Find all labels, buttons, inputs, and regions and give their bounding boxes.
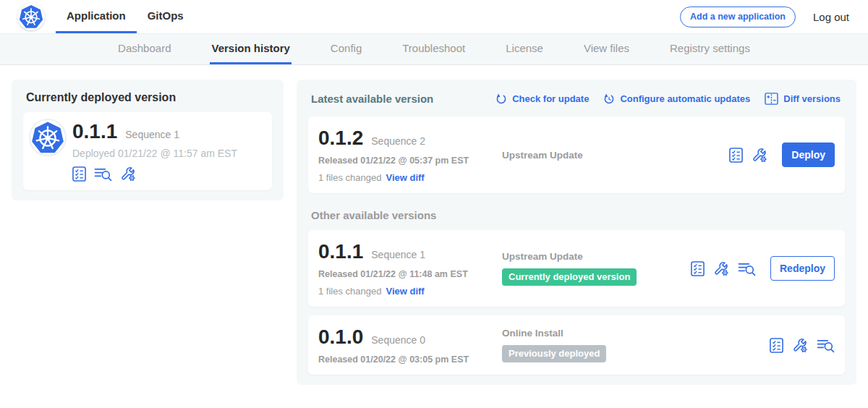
version-info: 0.1.0 Sequence 0 Released 01/20/22 @ 03:… [318, 326, 502, 365]
subnav-view-files[interactable]: View files [582, 34, 631, 64]
add-application-button[interactable]: Add a new application [680, 7, 796, 27]
deployed-version-info: 0.1.1 Sequence 1 Deployed 01/21/22 @ 11:… [72, 120, 237, 182]
preflight-checks-icon[interactable] [72, 166, 86, 182]
other-versions-title: Other available versions [311, 209, 842, 221]
view-logs-icon[interactable] [94, 166, 112, 182]
preflight-checks-icon[interactable] [691, 261, 705, 276]
deploy-button[interactable]: Deploy [782, 143, 835, 167]
preflight-checks-icon[interactable] [770, 338, 783, 353]
app-icon [30, 120, 65, 155]
version-sequence: Sequence 0 [371, 334, 425, 346]
files-changed: 1 files changed [318, 286, 381, 297]
view-logs-icon[interactable] [738, 261, 756, 276]
deployed-action-icons [72, 166, 237, 182]
kubernetes-logo-icon [19, 4, 43, 29]
version-number: 0.1.1 [318, 240, 363, 263]
diff-icon [765, 93, 778, 105]
configure-updates-link[interactable]: Configure automatic updates [603, 93, 750, 105]
version-actions: Check for update Configure automatic upd… [495, 93, 841, 105]
view-diff-link[interactable]: View diff [386, 172, 424, 183]
currently-deployed-title: Currently deployed version [26, 91, 269, 104]
top-right-actions: Add a new application Log out [680, 0, 849, 33]
version-card-actions: Redeploy [691, 256, 835, 281]
currently-deployed-panel: Currently deployed version 0.1.1 Sequenc… [12, 80, 284, 200]
configure-updates-label: Configure automatic updates [620, 93, 750, 104]
deployed-version-card: 0.1.1 Sequence 1 Deployed 01/21/22 @ 11:… [23, 112, 272, 190]
source-label: Online Install [502, 328, 770, 339]
check-for-update-label: Check for update [512, 93, 589, 104]
main-content: Currently deployed version 0.1.1 Sequenc… [0, 65, 868, 399]
kubernetes-app-icon [31, 121, 64, 154]
view-logs-icon[interactable] [817, 338, 835, 353]
refresh-icon [495, 93, 507, 104]
subnav-dashboard[interactable]: Dashboard [116, 34, 172, 64]
version-number: 0.1.0 [318, 326, 363, 349]
top-navbar: Application GitOps Add a new application… [0, 0, 868, 33]
version-released: Released 01/20/22 @ 03:05 pm EST [318, 354, 502, 365]
subnav-registry-settings[interactable]: Registry settings [668, 34, 752, 64]
version-card-0-1-0: 0.1.0 Sequence 0 Released 01/20/22 @ 03:… [308, 315, 845, 375]
app-subnav: Dashboard Version history Config Trouble… [0, 33, 868, 65]
subnav-license[interactable]: License [504, 34, 545, 64]
version-source: Upstream Update Currently deployed versi… [502, 251, 691, 286]
deployed-timestamp: Deployed 01/21/22 @ 11:57 am EST [72, 148, 237, 159]
top-tabs: Application GitOps [56, 0, 195, 33]
tab-gitops[interactable]: GitOps [137, 0, 195, 33]
version-info: 0.1.1 Sequence 1 Released 01/21/22 @ 11:… [318, 240, 502, 297]
subnav-config[interactable]: Config [329, 34, 363, 64]
version-released: Released 01/21/22 @ 05:37 pm EST [318, 156, 502, 166]
version-number: 0.1.2 [318, 127, 363, 150]
previously-deployed-badge: Previously deployed [502, 345, 606, 362]
version-card-0-1-2: 0.1.2 Sequence 2 Released 01/21/22 @ 05:… [308, 116, 845, 193]
version-history-panel: Latest available version Check for updat… [297, 80, 856, 385]
deployed-version-number: 0.1.1 [72, 120, 117, 143]
version-card-0-1-1: 0.1.1 Sequence 1 Released 01/21/22 @ 11:… [308, 230, 845, 307]
redeploy-button[interactable]: Redeploy [770, 256, 835, 281]
version-sequence: Sequence 1 [371, 249, 425, 260]
version-sequence: Sequence 2 [371, 135, 425, 147]
deployed-sequence: Sequence 1 [125, 129, 179, 140]
version-card-actions [770, 337, 835, 353]
latest-version-title: Latest available version [311, 93, 433, 105]
version-source: Online Install Previously deployed [502, 328, 770, 362]
edit-config-icon[interactable] [120, 166, 136, 182]
auto-update-icon [603, 93, 615, 104]
view-diff-link[interactable]: View diff [386, 286, 424, 297]
diff-versions-label: Diff versions [783, 93, 841, 104]
source-label: Upstream Update [502, 150, 729, 161]
edit-config-icon[interactable] [792, 337, 808, 353]
subnav-troubleshoot[interactable]: Troubleshoot [401, 34, 467, 64]
preflight-checks-icon[interactable] [729, 148, 743, 163]
currently-deployed-badge: Currently deployed version [502, 268, 637, 286]
version-info: 0.1.2 Sequence 2 Released 01/21/22 @ 05:… [318, 127, 502, 183]
tab-application[interactable]: Application [56, 0, 137, 33]
edit-config-icon[interactable] [713, 260, 729, 276]
version-source: Upstream Update [502, 150, 729, 161]
version-card-actions: Deploy [729, 143, 835, 167]
edit-config-icon[interactable] [752, 147, 767, 163]
logout-link[interactable]: Log out [813, 11, 849, 23]
subnav-version-history[interactable]: Version history [210, 34, 291, 64]
diff-versions-link[interactable]: Diff versions [765, 93, 841, 105]
check-for-update-link[interactable]: Check for update [495, 93, 589, 105]
kubernetes-logo [17, 3, 45, 30]
version-released: Released 01/21/22 @ 11:48 am EST [318, 269, 502, 279]
files-changed: 1 files changed [318, 172, 381, 183]
source-label: Upstream Update [502, 251, 691, 262]
latest-version-header: Latest available version Check for updat… [308, 89, 845, 108]
